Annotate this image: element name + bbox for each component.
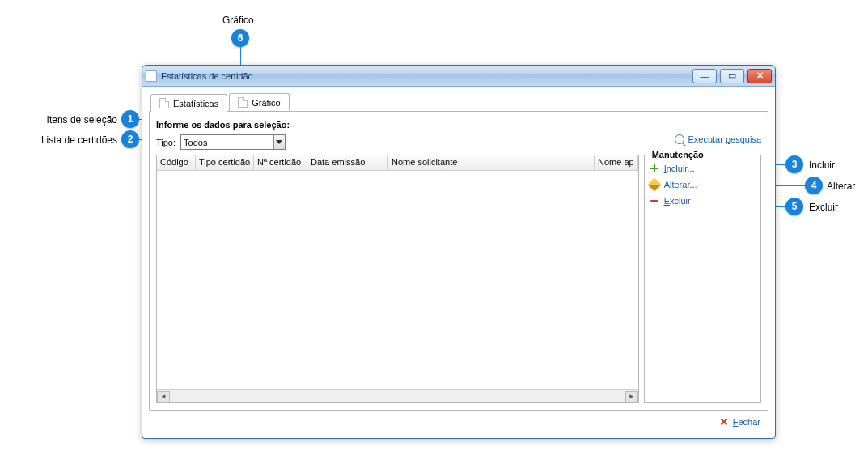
chevron-down-icon bbox=[276, 140, 282, 144]
arrow-left-icon: ◄ bbox=[160, 393, 167, 400]
incluir-label: Incluir... bbox=[664, 164, 695, 173]
window-icon bbox=[146, 70, 157, 82]
window-controls: — ▭ ✕ bbox=[692, 69, 772, 83]
minus-icon bbox=[650, 196, 659, 206]
manutencao-legend: Manutenção bbox=[650, 150, 706, 160]
grid-header: Código Tipo certidão Nª certidão Data em… bbox=[157, 155, 638, 171]
page-icon bbox=[238, 97, 248, 108]
scroll-right-button[interactable]: ► bbox=[625, 391, 638, 402]
col-data-emissao[interactable]: Data emissão bbox=[307, 155, 388, 170]
window-title: Estatísticas de certidão bbox=[161, 71, 692, 81]
tab-grafico[interactable]: Gráfico bbox=[229, 93, 289, 111]
executar-pesquisa-label: Executar pesquisa bbox=[688, 134, 761, 144]
callout-5-bubble: 5 bbox=[785, 198, 803, 215]
horizontal-scrollbar[interactable]: ◄ ► bbox=[157, 389, 638, 402]
scroll-left-button[interactable]: ◄ bbox=[157, 391, 170, 402]
selection-heading: Informe os dados para seleção: bbox=[156, 120, 761, 130]
callout-6-bubble: 6 bbox=[231, 29, 249, 47]
close-button[interactable]: ✕ bbox=[747, 69, 772, 83]
tab-estatisticas[interactable]: Estatísticas bbox=[150, 94, 227, 112]
tipo-combobox[interactable] bbox=[180, 134, 286, 150]
tabstrip: Estatísticas Gráfico bbox=[149, 91, 768, 111]
filter-row: Tipo: Executar pesquisa bbox=[156, 134, 761, 150]
tab-panel-estatisticas: Informe os dados para seleção: Tipo: Exe… bbox=[149, 111, 768, 411]
callout-2-bubble: 2 bbox=[121, 130, 139, 148]
callout-5-label: Excluir bbox=[809, 202, 838, 213]
col-n-certidao[interactable]: Nª certidão bbox=[254, 155, 307, 170]
callout-4-bubble: 4 bbox=[805, 177, 823, 194]
minimize-button[interactable]: — bbox=[692, 69, 717, 83]
col-nome-solicitante[interactable]: Nome solicitante bbox=[388, 155, 595, 170]
col-tipo-certidao[interactable]: Tipo certidão bbox=[196, 155, 254, 170]
callout-1-bubble: 1 bbox=[121, 110, 139, 128]
dialog-window: Estatísticas de certidão — ▭ ✕ Estatísti… bbox=[142, 65, 776, 439]
col-codigo[interactable]: Código bbox=[157, 155, 196, 170]
titlebar[interactable]: Estatísticas de certidão — ▭ ✕ bbox=[142, 66, 775, 87]
fechar-label: Fechar bbox=[733, 417, 760, 427]
close-icon bbox=[719, 417, 729, 427]
callout-2-label: Lista de certidões bbox=[0, 134, 117, 146]
manutencao-panel: Manutenção Incluir... Alterar... Excluir bbox=[644, 155, 761, 403]
tab-grafico-label: Gráfico bbox=[252, 98, 280, 108]
pencil-icon bbox=[647, 178, 661, 192]
callout-3-bubble: 3 bbox=[785, 155, 803, 173]
callout-1-label: Itens de seleção bbox=[0, 114, 117, 126]
callout-6-label: Gráfico bbox=[222, 15, 254, 26]
excluir-label: Excluir bbox=[664, 196, 691, 206]
search-icon bbox=[675, 134, 684, 144]
alterar-link[interactable]: Alterar... bbox=[650, 180, 756, 189]
tab-estatisticas-label: Estatísticas bbox=[173, 99, 218, 108]
dialog-footer: Fechar bbox=[149, 411, 768, 433]
callout-4-label: Alterar bbox=[827, 181, 855, 192]
arrow-right-icon: ► bbox=[629, 393, 635, 400]
main-row: Código Tipo certidão Nª certidão Data em… bbox=[156, 155, 761, 403]
tipo-input[interactable] bbox=[181, 137, 273, 148]
fechar-link[interactable]: Fechar bbox=[719, 417, 760, 427]
executar-pesquisa-link[interactable]: Executar pesquisa bbox=[675, 134, 761, 144]
maximize-button[interactable]: ▭ bbox=[720, 69, 744, 83]
results-grid[interactable]: Código Tipo certidão Nª certidão Data em… bbox=[156, 155, 639, 403]
col-nome-ap[interactable]: Nome ap bbox=[595, 155, 638, 170]
plus-icon bbox=[650, 164, 659, 173]
alterar-label: Alterar... bbox=[664, 180, 697, 189]
client-area: Estatísticas Gráfico Informe os dados pa… bbox=[142, 87, 775, 438]
tipo-dropdown-button[interactable] bbox=[273, 135, 285, 149]
tipo-label: Tipo: bbox=[156, 138, 176, 147]
excluir-link[interactable]: Excluir bbox=[650, 196, 756, 206]
incluir-link[interactable]: Incluir... bbox=[650, 164, 756, 173]
callout-3-label: Incluir bbox=[809, 160, 835, 171]
page-icon bbox=[159, 98, 169, 108]
